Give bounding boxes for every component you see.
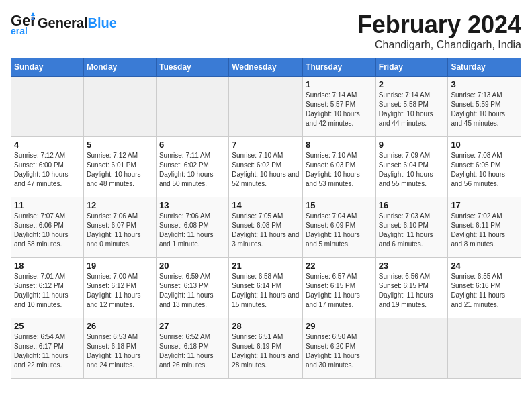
day-number: 16: [379, 200, 445, 210]
calendar-cell: 19Sunrise: 7:00 AMSunset: 6:12 PMDayligh…: [83, 258, 156, 318]
calendar-cell: 27Sunrise: 6:52 AMSunset: 6:18 PMDayligh…: [156, 318, 228, 379]
day-number: 21: [232, 261, 300, 271]
logo-general: General: [38, 15, 87, 30]
day-info: Sunrise: 7:08 AMSunset: 6:05 PMDaylight:…: [451, 151, 518, 189]
day-info: Sunrise: 7:01 AMSunset: 6:12 PMDaylight:…: [14, 272, 81, 310]
day-number: 25: [14, 321, 81, 331]
day-info: Sunrise: 7:14 AMSunset: 5:57 PMDaylight:…: [306, 91, 373, 128]
day-number: 19: [87, 261, 153, 271]
day-number: 14: [232, 200, 300, 210]
svg-text:eral: eral: [11, 26, 28, 35]
day-number: 22: [306, 261, 373, 271]
weekday-header: Thursday: [303, 58, 376, 77]
calendar-cell: 13Sunrise: 7:06 AMSunset: 6:08 PMDayligh…: [156, 197, 228, 258]
calendar-cell: [83, 77, 156, 137]
calendar-cell: 3Sunrise: 7:13 AMSunset: 5:59 PMDaylight…: [448, 77, 521, 137]
calendar-cell: 26Sunrise: 6:53 AMSunset: 6:18 PMDayligh…: [83, 318, 156, 379]
location-title: Chandigarh, Chandigarh, India: [357, 39, 521, 51]
day-number: 6: [159, 140, 226, 150]
day-info: Sunrise: 7:10 AMSunset: 6:03 PMDaylight:…: [306, 151, 373, 189]
weekday-header: Sunday: [11, 58, 84, 77]
calendar-cell: 4Sunrise: 7:12 AMSunset: 6:00 PMDaylight…: [11, 137, 84, 197]
day-info: Sunrise: 7:04 AMSunset: 6:09 PMDaylight:…: [306, 212, 373, 249]
calendar-cell: [11, 77, 84, 137]
weekday-header: Friday: [375, 58, 448, 77]
calendar-cell: [375, 318, 448, 379]
day-info: Sunrise: 7:10 AMSunset: 6:02 PMDaylight:…: [232, 151, 300, 189]
calendar-cell: 7Sunrise: 7:10 AMSunset: 6:02 PMDaylight…: [229, 137, 303, 197]
day-info: Sunrise: 7:02 AMSunset: 6:11 PMDaylight:…: [451, 212, 518, 249]
day-info: Sunrise: 7:13 AMSunset: 5:59 PMDaylight:…: [451, 91, 518, 128]
calendar-cell: 6Sunrise: 7:11 AMSunset: 6:02 PMDaylight…: [156, 137, 228, 197]
calendar-cell: 23Sunrise: 6:56 AMSunset: 6:15 PMDayligh…: [375, 258, 448, 318]
day-number: 28: [232, 321, 300, 331]
day-info: Sunrise: 6:54 AMSunset: 6:17 PMDaylight:…: [14, 332, 81, 370]
day-number: 23: [379, 261, 445, 271]
day-number: 11: [14, 200, 81, 210]
calendar-cell: [229, 77, 303, 137]
calendar-cell: 17Sunrise: 7:02 AMSunset: 6:11 PMDayligh…: [448, 197, 521, 258]
day-number: 8: [306, 140, 373, 150]
day-info: Sunrise: 6:57 AMSunset: 6:15 PMDaylight:…: [306, 272, 373, 310]
calendar-week-row: 11Sunrise: 7:07 AMSunset: 6:06 PMDayligh…: [11, 197, 521, 258]
calendar-table: SundayMondayTuesdayWednesdayThursdayFrid…: [11, 58, 521, 379]
calendar-cell: 25Sunrise: 6:54 AMSunset: 6:17 PMDayligh…: [11, 318, 84, 379]
day-info: Sunrise: 7:06 AMSunset: 6:07 PMDaylight:…: [87, 212, 153, 249]
day-info: Sunrise: 6:56 AMSunset: 6:15 PMDaylight:…: [379, 272, 445, 310]
calendar-cell: 1Sunrise: 7:14 AMSunset: 5:57 PMDaylight…: [303, 77, 376, 137]
day-info: Sunrise: 7:12 AMSunset: 6:00 PMDaylight:…: [14, 151, 81, 189]
logo-blue: Blue: [87, 15, 116, 30]
calendar-cell: 12Sunrise: 7:06 AMSunset: 6:07 PMDayligh…: [83, 197, 156, 258]
day-info: Sunrise: 7:06 AMSunset: 6:08 PMDaylight:…: [159, 212, 226, 249]
day-info: Sunrise: 7:09 AMSunset: 6:04 PMDaylight:…: [379, 151, 445, 189]
day-number: 20: [159, 261, 226, 271]
day-number: 27: [159, 321, 226, 331]
calendar-cell: 10Sunrise: 7:08 AMSunset: 6:05 PMDayligh…: [448, 137, 521, 197]
day-number: 17: [451, 200, 518, 210]
day-number: 13: [159, 200, 226, 210]
weekday-header: Wednesday: [229, 58, 303, 77]
day-info: Sunrise: 6:55 AMSunset: 6:16 PMDaylight:…: [451, 272, 518, 310]
calendar-cell: 14Sunrise: 7:05 AMSunset: 6:08 PMDayligh…: [229, 197, 303, 258]
calendar-week-row: 1Sunrise: 7:14 AMSunset: 5:57 PMDaylight…: [11, 77, 521, 137]
day-info: Sunrise: 7:14 AMSunset: 5:58 PMDaylight:…: [379, 91, 445, 128]
day-number: 10: [451, 140, 518, 150]
calendar-cell: 16Sunrise: 7:03 AMSunset: 6:10 PMDayligh…: [375, 197, 448, 258]
calendar-cell: 9Sunrise: 7:09 AMSunset: 6:04 PMDaylight…: [375, 137, 448, 197]
day-number: 26: [87, 321, 153, 331]
calendar-cell: 24Sunrise: 6:55 AMSunset: 6:16 PMDayligh…: [448, 258, 521, 318]
day-info: Sunrise: 6:59 AMSunset: 6:13 PMDaylight:…: [159, 272, 226, 310]
month-title: February 2024: [357, 11, 521, 39]
day-info: Sunrise: 6:50 AMSunset: 6:20 PMDaylight:…: [306, 332, 373, 370]
calendar-cell: 29Sunrise: 6:50 AMSunset: 6:20 PMDayligh…: [303, 318, 376, 379]
weekday-header: Tuesday: [156, 58, 228, 77]
day-info: Sunrise: 6:51 AMSunset: 6:19 PMDaylight:…: [232, 332, 300, 370]
logo: Gen eral GeneralBlue: [11, 11, 117, 35]
day-info: Sunrise: 6:52 AMSunset: 6:18 PMDaylight:…: [159, 332, 226, 370]
day-info: Sunrise: 7:12 AMSunset: 6:01 PMDaylight:…: [87, 151, 153, 189]
calendar-week-row: 18Sunrise: 7:01 AMSunset: 6:12 PMDayligh…: [11, 258, 521, 318]
day-info: Sunrise: 6:53 AMSunset: 6:18 PMDaylight:…: [87, 332, 153, 370]
calendar-cell: 22Sunrise: 6:57 AMSunset: 6:15 PMDayligh…: [303, 258, 376, 318]
calendar-week-row: 4Sunrise: 7:12 AMSunset: 6:00 PMDaylight…: [11, 137, 521, 197]
day-info: Sunrise: 6:58 AMSunset: 6:14 PMDaylight:…: [232, 272, 300, 310]
day-info: Sunrise: 7:11 AMSunset: 6:02 PMDaylight:…: [159, 151, 226, 189]
day-number: 24: [451, 261, 518, 271]
calendar-cell: [448, 318, 521, 379]
day-number: 15: [306, 200, 373, 210]
calendar-cell: 18Sunrise: 7:01 AMSunset: 6:12 PMDayligh…: [11, 258, 84, 318]
day-number: 4: [14, 140, 81, 150]
calendar-cell: 8Sunrise: 7:10 AMSunset: 6:03 PMDaylight…: [303, 137, 376, 197]
calendar-cell: 21Sunrise: 6:58 AMSunset: 6:14 PMDayligh…: [229, 258, 303, 318]
calendar-week-row: 25Sunrise: 6:54 AMSunset: 6:17 PMDayligh…: [11, 318, 521, 379]
day-info: Sunrise: 7:05 AMSunset: 6:08 PMDaylight:…: [232, 212, 300, 249]
calendar-cell: 28Sunrise: 6:51 AMSunset: 6:19 PMDayligh…: [229, 318, 303, 379]
day-number: 7: [232, 140, 300, 150]
calendar-cell: [156, 77, 228, 137]
calendar-cell: 11Sunrise: 7:07 AMSunset: 6:06 PMDayligh…: [11, 197, 84, 258]
day-info: Sunrise: 7:00 AMSunset: 6:12 PMDaylight:…: [87, 272, 153, 310]
calendar-cell: 2Sunrise: 7:14 AMSunset: 5:58 PMDaylight…: [375, 77, 448, 137]
weekday-header: Saturday: [448, 58, 521, 77]
calendar-cell: 15Sunrise: 7:04 AMSunset: 6:09 PMDayligh…: [303, 197, 376, 258]
day-info: Sunrise: 7:03 AMSunset: 6:10 PMDaylight:…: [379, 212, 445, 249]
